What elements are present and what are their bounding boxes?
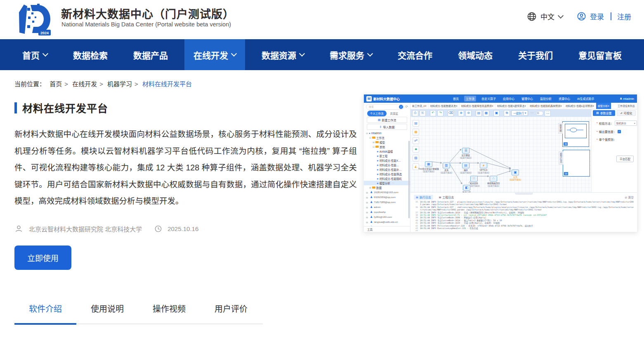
chart-icon: ⊿ — [620, 111, 623, 115]
node-optics: ◕ OPTICS(结果已输出) — [470, 161, 497, 174]
undo-icon: ↶ — [430, 110, 436, 116]
thumbnail-sketch — [565, 124, 587, 138]
folder-icon — [372, 187, 375, 189]
thumbnail-label: 模型信息 — [559, 151, 563, 165]
breadcrumb-machine-learning[interactable]: 机器学习 — [107, 80, 132, 87]
tabs-underline-active — [14, 323, 76, 325]
result-thumbnail-1: 效果图 39 — [562, 121, 589, 147]
new-workflow-icon: ▤ — [378, 118, 381, 122]
breadcrumb-current[interactable]: 材料在线开发平台 — [142, 80, 192, 87]
mini-user-icon: ♟ — [620, 97, 622, 100]
breadcrumb-label: 当前位置： — [14, 80, 45, 87]
mini-logo-icon: M — [366, 96, 372, 102]
filter-icon: ▥ — [443, 163, 450, 168]
nav-item-data-search[interactable]: 数据检索 — [64, 39, 117, 70]
chevron-down-icon — [299, 51, 305, 57]
import-icon: ↥ — [380, 125, 382, 129]
search-icon: ⌕ — [399, 105, 403, 109]
doc-icon: ▤ — [439, 196, 441, 198]
mini-panel-button: 平台匹配 — [616, 156, 634, 162]
chevron-down-icon — [231, 51, 237, 57]
matrix-icon: ∷ — [470, 176, 478, 182]
nav-item-feedback[interactable]: 意见留言板 — [569, 39, 631, 70]
mini-user: ♟mtadmin — [620, 94, 634, 103]
thumbnail-label: 效果图 — [558, 123, 563, 134]
tab-operation-video[interactable]: 操作视频 — [138, 302, 200, 314]
expand-icon: ⊟ — [369, 136, 371, 139]
mini-tab: 材料成分-性能数据清洗X — [429, 103, 460, 109]
doc-icon: ▤ — [416, 196, 418, 198]
save-as-icon: ⎘ — [420, 110, 426, 116]
expand-icon: ⊞ — [366, 191, 368, 194]
chevron-down-icon[interactable] — [558, 12, 564, 18]
person-icon: ♟ — [370, 196, 373, 199]
trash-icon: ⊘ — [625, 196, 627, 199]
mini-scrollbar — [408, 141, 410, 218]
author-icon — [14, 224, 23, 233]
nav-item-online-dev[interactable]: 在线开发 — [184, 39, 245, 70]
delete-icon: ⌫ — [448, 110, 454, 116]
mini-tab: 材料成分-性能k近邻预测X — [564, 103, 596, 109]
mini-log-panel: ▤执行日志 ▤工程日志 ⊘ 清空 3510:51:44 INFO Infosta… — [410, 192, 637, 232]
user-icon — [577, 12, 586, 21]
use-now-button[interactable]: 立即使用 — [14, 246, 71, 270]
person-icon: ♟ — [370, 191, 373, 194]
login-link[interactable]: 登录 — [590, 11, 604, 21]
publish-date: 2025.10.16 — [167, 225, 198, 232]
mini-field-label: 输出置信度： — [599, 130, 616, 134]
tab-user-reviews[interactable]: 用户评价 — [200, 302, 262, 314]
collapse-handle — [515, 193, 533, 195]
site-logo[interactable]: 2024 — [16, 2, 57, 37]
tab-software-intro[interactable]: 软件介绍 — [14, 302, 76, 314]
workflow-node-icon: ◈ — [377, 168, 379, 171]
mini-toggle — [536, 111, 543, 116]
title-accent-bar — [14, 102, 17, 113]
nav-item-demand-service[interactable]: 需求服务 — [321, 39, 381, 70]
expand-icon: ⊞ — [366, 221, 368, 224]
main-nav: 首页 数据检索 数据产品 在线开发 数据资源 需求服务 交流合作 领域动态 关于… — [0, 39, 644, 70]
breadcrumb-home[interactable]: 首页 — [50, 80, 62, 87]
expand-icon: ⊞ — [366, 216, 368, 219]
copy-icon: ⧉ — [504, 110, 510, 116]
thumbnail-badge: 20 — [564, 172, 568, 175]
more-icon: ··· — [392, 182, 395, 184]
register-link[interactable]: 注册 — [617, 11, 631, 21]
nav-item-domain-news[interactable]: 领域动态 — [449, 39, 502, 70]
apply-icon: ▣ — [512, 170, 519, 175]
mini-toolbar: ⎙ ⎘ ↶ ↷ ⌫ ⊕ ⊖ ▤ ▦ ▣ ⧉ 一键执行▾ ⋯ ⛶ — [410, 109, 591, 117]
mini-tab-active: 模型分析X — [596, 103, 611, 109]
split-icon: ◧ — [463, 185, 470, 191]
nav-item-cooperation[interactable]: 交流合作 — [389, 39, 441, 70]
chevron-down-icon: ▾ — [634, 122, 635, 125]
breadcrumb-online-dev[interactable]: 在线开发 — [72, 80, 97, 87]
refresh-icon: ⟳ — [405, 105, 408, 109]
mini-search: 搜索⌕ ⟳ — [366, 104, 408, 109]
tab-usage-guide[interactable]: 使用说明 — [76, 302, 138, 314]
mini-menu-workflow: 工作流 — [464, 96, 476, 102]
language-selector[interactable]: 中文 — [540, 11, 554, 21]
nav-item-home[interactable]: 首页 — [13, 39, 57, 70]
mini-menu-operators: 自定义算子 — [480, 96, 498, 102]
mini-menu-apps: 应用中心 — [501, 96, 516, 102]
folder-icon — [372, 137, 375, 139]
person-icon: ♟ — [370, 201, 373, 204]
zoom-in-icon: ⊕ — [458, 110, 464, 116]
site-title: 新材料大数据中心（门户测试版） — [61, 5, 234, 21]
expand-icon: ⊟ — [373, 145, 375, 148]
expand-icon: ⊟ — [366, 132, 368, 135]
nav-item-about-us[interactable]: 关于我们 — [509, 39, 562, 70]
nav-item-data-resources[interactable]: 数据资源 — [252, 39, 313, 70]
workflow-node-icon: ◈ — [377, 163, 379, 166]
mini-tab: 材料成分-性能随机森林预测X — [528, 103, 564, 109]
node-apply: ▣ 应用(结果已输出) — [502, 168, 528, 181]
mini-tab: 材料成分-性能特性筛选预测X — [460, 103, 495, 109]
person-icon: ♟ — [370, 210, 373, 214]
mini-workflow-tree: ⊟●mtadmin ⊟工作流 ⊞模型 ⊟其他 ◈AI4MA建模 ◈新工程 ◈材料… — [364, 131, 410, 190]
meta-row: 北京云智材料大数据研究院 北京科技大学 2025.10.16 — [14, 224, 198, 233]
mini-workspace-pills: 个人工作流 共享区 — [367, 111, 407, 116]
nav-item-data-products[interactable]: 数据产品 — [124, 39, 177, 70]
mini-field-label: 校验方法： — [599, 121, 613, 125]
detail-tabs: 软件介绍 使用说明 操作视频 用户评价 — [14, 302, 262, 314]
mini-log-tab-exec: ▤执行日志 — [414, 195, 433, 200]
globe-icon — [527, 12, 537, 21]
